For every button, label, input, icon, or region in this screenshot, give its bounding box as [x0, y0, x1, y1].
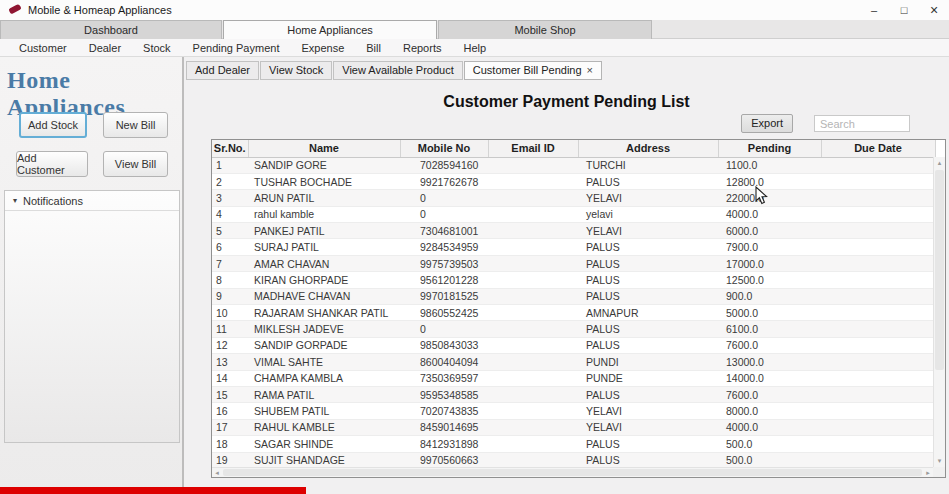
tab-view-available-product[interactable]: View Available Product	[333, 61, 463, 80]
column-header[interactable]: Pending	[718, 140, 821, 157]
column-header[interactable]: Mobile No	[400, 140, 488, 157]
add-customer-button[interactable]: Add Customer	[16, 151, 88, 177]
cell-duedate	[821, 305, 935, 321]
menu-item[interactable]: Stock	[132, 42, 182, 54]
cell-mobile: 7028594160	[400, 157, 488, 173]
notifications-panel: ▾ Notifications	[4, 190, 180, 443]
cell-email	[488, 419, 578, 435]
table-row[interactable]: 7 AMAR CHAVAN 9975739503 PALUS 17000.0	[212, 255, 935, 271]
tab-home-appliances[interactable]: Home Appliances	[223, 20, 437, 39]
workspace-tab-strip: Add Dealer View Stock View Available Pro…	[186, 61, 602, 80]
new-bill-button[interactable]: New Bill	[103, 112, 168, 138]
cell-pending: 7600.0	[718, 386, 821, 402]
cell-duedate	[821, 337, 935, 353]
tab-add-dealer[interactable]: Add Dealer	[186, 61, 259, 80]
horizontal-scrollbar[interactable]: ◂ ▸	[212, 467, 933, 477]
column-header[interactable]: Name	[248, 140, 400, 157]
menu-item[interactable]: Help	[452, 42, 497, 54]
cell-mobile: 8459014695	[400, 419, 488, 435]
column-header[interactable]: Due Date	[821, 140, 935, 157]
table-row[interactable]: 9 MADHAVE CHAVAN 9970181525 PALUS 900.0	[212, 288, 935, 304]
table-row[interactable]: 6 SURAJ PATIL 9284534959 PALUS 7900.0	[212, 239, 935, 255]
cell-name: MIKLESH JADEVE	[248, 321, 400, 337]
table-row[interactable]: 2 TUSHAR BOCHADE 9921762678 PALUS 12800.…	[212, 173, 935, 189]
close-icon[interactable]: ×	[919, 0, 949, 20]
table-row[interactable]: 10 RAJARAM SHANKAR PATIL 9860552425 AMNA…	[212, 305, 935, 321]
cell-address: PALUS	[578, 239, 718, 255]
tab-dashboard[interactable]: Dashboard	[0, 20, 222, 39]
table-row[interactable]: 17 RAHUL KAMBLE 8459014695 YELAVI 4000.0	[212, 419, 935, 435]
table-row[interactable]: 18 SAGAR SHINDE 8412931898 PALUS 500.0	[212, 436, 935, 452]
column-header[interactable]: Address	[578, 140, 718, 157]
cell-address: PALUS	[578, 386, 718, 402]
vertical-scrollbar[interactable]: ▴ ▾	[933, 157, 945, 467]
menu-item[interactable]: Pending Payment	[182, 42, 291, 54]
view-bill-button[interactable]: View Bill	[103, 151, 168, 177]
menu-item[interactable]: Customer	[8, 42, 78, 54]
cell-name: MADHAVE CHAVAN	[248, 288, 400, 304]
table-row[interactable]: 12 SANDIP GORPADE 9850843033 PALUS 7600.…	[212, 337, 935, 353]
cell-address: PALUS	[578, 288, 718, 304]
column-header[interactable]: Sr.No.	[212, 140, 248, 157]
scroll-right-icon[interactable]: ▸	[923, 468, 933, 477]
cell-email	[488, 173, 578, 189]
cell-address: PALUS	[578, 436, 718, 452]
cell-pending: 500.0	[718, 452, 821, 468]
menu-item[interactable]: Reports	[392, 42, 453, 54]
column-header[interactable]: Email ID	[488, 140, 578, 157]
notifications-header[interactable]: ▾ Notifications	[5, 191, 179, 211]
menu-item[interactable]: Bill	[355, 42, 392, 54]
table-row[interactable]: 8 KIRAN GHORPADE 9561201228 PALUS 12500.…	[212, 272, 935, 288]
app-logo-icon	[8, 4, 21, 17]
cell-pending: 8000.0	[718, 403, 821, 419]
maximize-icon[interactable]: □	[889, 0, 919, 20]
table-row[interactable]: 3 ARUN PATIL 0 YELAVI 22000.0	[212, 190, 935, 206]
cell-name: SANDIP GORPADE	[248, 337, 400, 353]
table-row[interactable]: 16 SHUBEM PATIL 7020743835 YELAVI 8000.0	[212, 403, 935, 419]
notifications-label: Notifications	[23, 195, 83, 207]
search-input[interactable]	[814, 115, 910, 132]
cell-mobile: 9975739503	[400, 255, 488, 271]
cell-mobile: 7304681001	[400, 223, 488, 239]
vertical-scroll-thumb[interactable]	[935, 170, 944, 370]
export-button[interactable]: Export	[741, 114, 793, 133]
cell-srno: 7	[212, 255, 248, 271]
scroll-left-icon[interactable]: ◂	[212, 468, 222, 477]
cell-srno: 3	[212, 190, 248, 206]
cell-srno: 2	[212, 173, 248, 189]
cell-duedate	[821, 255, 935, 271]
cell-mobile: 9595348585	[400, 386, 488, 402]
table-row[interactable]: 13 VIMAL SAHTE 8600404094 PUNDI 13000.0	[212, 354, 935, 370]
module-tab-bar: Dashboard Home Appliances Mobile Shop	[0, 20, 949, 39]
cell-pending: 22000.0	[718, 190, 821, 206]
cell-name: RAHUL KAMBLE	[248, 419, 400, 435]
cell-email	[488, 157, 578, 173]
table-row[interactable]: 1 SANDIP GORE 7028594160 TURCHI 1100.0	[212, 157, 935, 173]
scroll-down-icon[interactable]: ▾	[934, 455, 945, 467]
app-window: Mobile & Homeap Appliances – □ × Dashboa…	[0, 0, 949, 494]
cell-pending: 17000.0	[718, 255, 821, 271]
cell-pending: 12800.0	[718, 173, 821, 189]
horizontal-scroll-thumb[interactable]	[223, 469, 922, 476]
cell-duedate	[821, 272, 935, 288]
cell-mobile: 9970560663	[400, 452, 488, 468]
menu-item[interactable]: Expense	[290, 42, 355, 54]
add-stock-button[interactable]: Add Stock	[19, 112, 87, 138]
menu-item[interactable]: Dealer	[78, 42, 132, 54]
tab-customer-bill-pending[interactable]: Customer Bill Pending ×	[464, 61, 602, 80]
cell-pending: 7600.0	[718, 337, 821, 353]
table-row[interactable]: 5 PANKEJ PATIL 7304681001 YELAVI 6000.0	[212, 223, 935, 239]
cell-pending: 14000.0	[718, 370, 821, 386]
tab-view-stock[interactable]: View Stock	[260, 61, 332, 80]
tab-close-icon[interactable]: ×	[587, 64, 593, 76]
table-row[interactable]: 15 RAMA PATIL 9595348585 PALUS 7600.0	[212, 386, 935, 402]
scroll-up-icon[interactable]: ▴	[934, 157, 945, 169]
table-row[interactable]: 19 SUJIT SHANDAGE 9970560663 PALUS 500.0	[212, 452, 935, 468]
minimize-icon[interactable]: –	[859, 0, 889, 20]
table-row[interactable]: 14 CHAMPA KAMBLA 7350369597 PUNDE 14000.…	[212, 370, 935, 386]
cell-address: PALUS	[578, 321, 718, 337]
table-row[interactable]: 11 MIKLESH JADEVE 0 PALUS 6100.0	[212, 321, 935, 337]
tab-mobile-shop[interactable]: Mobile Shop	[438, 20, 652, 39]
title-bar: Mobile & Homeap Appliances – □ ×	[0, 0, 949, 20]
table-row[interactable]: 4 rahul kamble 0 yelavi 4000.0	[212, 206, 935, 222]
